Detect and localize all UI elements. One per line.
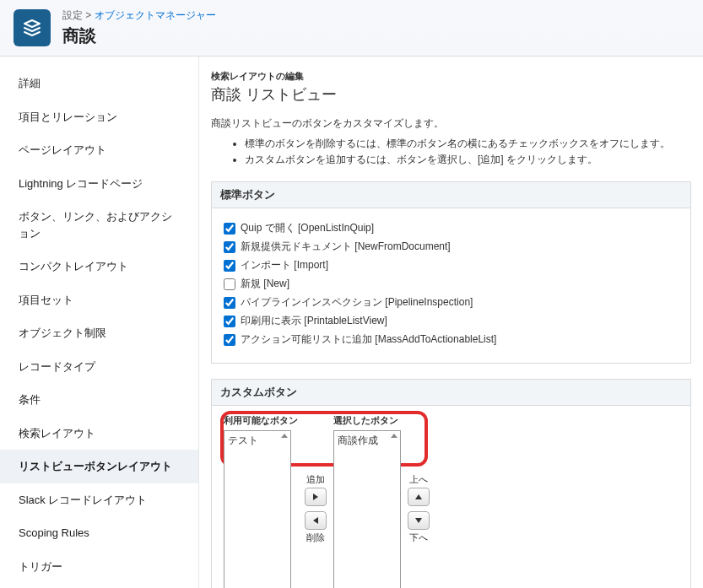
help-bullet: カスタムボタンを追加するには、ボタンを選択し、[追加] をクリックします。 (245, 152, 691, 168)
available-buttons-listbox[interactable]: テスト (224, 430, 291, 588)
standard-buttons-header: 標準ボタン (211, 181, 691, 208)
standard-button-label: インポート [Import] (241, 258, 328, 272)
object-icon (14, 9, 51, 46)
sidebar-item[interactable]: ページレイアウト (0, 133, 198, 167)
help-bullets: 標準のボタンを削除するには、標準のボタン名の横にあるチェックボックスをオフにしま… (245, 136, 691, 168)
selected-buttons-label: 選択したボタン (333, 414, 401, 427)
standard-button-row[interactable]: Quip で開く [OpenListInQuip] (224, 221, 679, 235)
sidebar-item[interactable]: Scoping Rules (0, 516, 198, 550)
move-down-button[interactable] (408, 511, 430, 530)
sidebar-item[interactable]: Slack レコードレイアウト (0, 483, 198, 517)
standard-button-row[interactable]: 新規提供元ドキュメント [NewFromDocument] (224, 240, 679, 254)
remove-button[interactable] (305, 511, 327, 530)
standard-button-checkbox[interactable] (224, 260, 235, 272)
standard-button-label: アクション可能リストに追加 [MassAddToActionableList] (241, 332, 496, 347)
standard-button-label: 新規提供元ドキュメント [NewFromDocument] (241, 240, 451, 254)
list-option[interactable]: 商談作成 (336, 433, 398, 449)
breadcrumb-setup: 設定 (62, 9, 83, 21)
main-panel: 検索レイアウトの編集 商談 リストビュー 商談リストビューのボタンをカスタマイズ… (199, 57, 703, 588)
standard-button-row[interactable]: 新規 [New] (224, 277, 679, 291)
standard-button-checkbox[interactable] (224, 278, 235, 290)
standard-button-label: パイプラインインスペクション [PipelineInspection] (241, 295, 473, 310)
standard-button-label: 新規 [New] (241, 277, 289, 291)
sidebar-item[interactable]: コンパクトレイアウト (0, 250, 198, 283)
remove-label: 削除 (306, 531, 325, 544)
sidebar-item[interactable]: 項目とリレーション (0, 100, 198, 134)
edit-layout-label: 検索レイアウトの編集 (211, 70, 691, 83)
list-option[interactable]: テスト (226, 433, 289, 449)
up-label: 上へ (409, 473, 428, 486)
sidebar-item[interactable]: リストビューボタンレイアウト (0, 450, 198, 483)
standard-button-checkbox[interactable] (224, 334, 235, 346)
sidebar-item[interactable]: 詳細 (0, 67, 198, 100)
standard-button-row[interactable]: アクション可能リストに追加 [MassAddToActionableList] (224, 332, 679, 347)
standard-button-checkbox[interactable] (224, 316, 235, 327)
main-description: 商談リストビューのボタンをカスタマイズします。 (211, 116, 691, 131)
sidebar-item[interactable]: 項目セット (0, 283, 198, 317)
sidebar-item[interactable]: ボタン、リンク、およびアクション (0, 200, 198, 250)
custom-buttons-header: カスタムボタン (211, 379, 691, 406)
breadcrumb: 設定 > オブジェクトマネージャー (62, 8, 216, 23)
standard-buttons-body: Quip で開く [OpenListInQuip]新規提供元ドキュメント [Ne… (211, 208, 691, 364)
add-label: 追加 (306, 473, 325, 486)
standard-button-row[interactable]: 印刷用に表示 [PrintableListView] (224, 314, 679, 328)
help-bullet: 標準のボタンを削除するには、標準のボタン名の横にあるチェックボックスをオフにしま… (245, 136, 691, 152)
selected-buttons-listbox[interactable]: 商談作成 (333, 430, 401, 588)
breadcrumb-object-manager-link[interactable]: オブジェクトマネージャー (95, 9, 216, 21)
main-title: 商談 リストビュー (211, 84, 691, 105)
sidebar: 詳細項目とリレーションページレイアウトLightning レコードページボタン、… (0, 57, 199, 588)
page-header: 設定 > オブジェクトマネージャー 商談 (0, 0, 703, 57)
standard-button-checkbox[interactable] (224, 241, 235, 253)
available-buttons-label: 利用可能なボタン (224, 414, 298, 427)
sidebar-item[interactable]: トリガー (0, 550, 198, 584)
sidebar-item[interactable]: Lightning レコードページ (0, 167, 198, 201)
sidebar-item[interactable]: 検索レイアウト (0, 417, 198, 450)
standard-button-label: 印刷用に表示 [PrintableListView] (241, 314, 387, 328)
add-button[interactable] (305, 488, 327, 506)
standard-button-checkbox[interactable] (224, 297, 235, 309)
standard-button-row[interactable]: パイプラインインスペクション [PipelineInspection] (224, 295, 679, 310)
standard-button-row[interactable]: インポート [Import] (224, 258, 679, 272)
sidebar-item[interactable]: 条件 (0, 383, 198, 417)
sidebar-item[interactable]: オブジェクト制限 (0, 316, 198, 350)
page-title: 商談 (62, 24, 216, 47)
standard-button-label: Quip で開く [OpenListInQuip] (241, 221, 374, 235)
custom-buttons-body: 利用可能なボタン テスト 追加 削除 選択したボタン 商談作成 (211, 406, 691, 588)
sidebar-item[interactable]: レコードタイプ (0, 350, 198, 384)
down-label: 下へ (409, 531, 428, 544)
move-up-button[interactable] (408, 488, 430, 506)
standard-button-checkbox[interactable] (224, 223, 235, 235)
